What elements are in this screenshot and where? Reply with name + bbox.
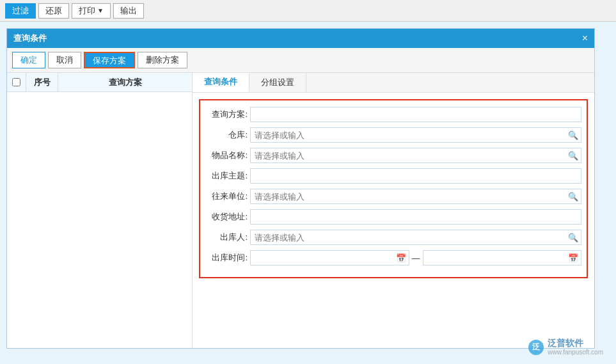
watermark: 泛 泛普软件 www.fanpusoft.com [528, 338, 603, 356]
dialog-close-button[interactable]: × [582, 33, 588, 44]
date-range-wrapper: 📅 — 📅 [250, 250, 581, 265]
form-row-out-theme: 出库主题: [205, 168, 581, 184]
delete-plan-button[interactable]: 删除方案 [138, 52, 187, 68]
input-query-plan[interactable] [250, 107, 581, 122]
watermark-text-block: 泛普软件 www.fanpusoft.com [548, 338, 603, 356]
input-partner-wrapper: 🔍 [250, 189, 581, 204]
export-button[interactable]: 输出 [113, 3, 144, 19]
form-row-out-person: 出库人: 🔍 [205, 230, 581, 245]
input-item-name[interactable] [251, 148, 565, 162]
input-delivery-addr[interactable] [250, 209, 581, 225]
label-out-person: 出库人: [205, 232, 250, 243]
tab-bar: 查询条件 分组设置 [193, 73, 594, 93]
search-icon-out-person[interactable]: 🔍 [565, 230, 581, 244]
form-row-item-name: 物品名称: 🔍 [205, 148, 581, 163]
save-plan-button[interactable]: 保存方案 [84, 52, 135, 68]
date-end-input[interactable]: 📅 [423, 250, 582, 265]
label-item-name: 物品名称: [205, 150, 250, 161]
calendar-start-icon[interactable]: 📅 [396, 253, 406, 263]
date-start-input[interactable]: 📅 [250, 250, 409, 265]
form-row-delivery-addr: 收货地址: [205, 209, 581, 225]
dialog-title: 查询条件 [13, 33, 47, 44]
left-panel: 序号 查询方案 [7, 73, 193, 348]
query-dialog: 查询条件 × 确定 取消 保存方案 删除方案 序号 查询方案 [6, 28, 595, 349]
form-row-partner: 往来单位: 🔍 [205, 189, 581, 204]
col-num-header: 序号 [26, 73, 58, 91]
main-area: 查询条件 × 确定 取消 保存方案 删除方案 序号 查询方案 [0, 22, 616, 364]
left-panel-header: 序号 查询方案 [7, 73, 192, 92]
calendar-end-icon[interactable]: 📅 [568, 253, 578, 263]
input-partner[interactable] [251, 189, 565, 203]
form-row-out-time: 出库时间: 📅 — 📅 [205, 250, 581, 265]
watermark-sub-text: www.fanpusoft.com [548, 349, 603, 356]
input-out-person[interactable] [251, 230, 565, 244]
print-button[interactable]: 打印 ▼ [72, 3, 111, 19]
main-toolbar: 过滤 还原 打印 ▼ 输出 [0, 0, 616, 22]
confirm-button[interactable]: 确定 [12, 52, 45, 68]
watermark-logo: 泛 [528, 340, 544, 355]
label-delivery-addr: 收货地址: [205, 211, 250, 223]
search-icon-item-name[interactable]: 🔍 [565, 148, 581, 162]
header-checkbox-cell [7, 73, 26, 91]
label-out-theme: 出库主题: [205, 170, 250, 182]
label-out-time: 出库时间: [205, 252, 250, 264]
input-out-person-wrapper: 🔍 [250, 230, 581, 245]
search-icon-warehouse[interactable]: 🔍 [565, 128, 581, 142]
form-row-warehouse: 仓库: 🔍 [205, 127, 581, 143]
label-partner: 往来单位: [205, 191, 250, 202]
cancel-button[interactable]: 取消 [48, 52, 81, 68]
col-name-header: 查询方案 [58, 77, 192, 88]
dialog-titlebar: 查询条件 × [7, 29, 594, 48]
label-query-plan: 查询方案: [205, 109, 250, 120]
filter-button[interactable]: 过滤 [5, 3, 36, 19]
input-item-name-wrapper: 🔍 [250, 148, 581, 163]
dialog-body: 序号 查询方案 查询条件 分组设置 [7, 73, 594, 348]
watermark-main-text: 泛普软件 [548, 338, 603, 349]
query-form: 查询方案: 仓库: 🔍 物品名称: [199, 99, 588, 278]
input-warehouse-wrapper: 🔍 [250, 127, 581, 143]
search-icon-partner[interactable]: 🔍 [565, 189, 581, 203]
right-panel: 查询条件 分组设置 查询方案: 仓库: [193, 73, 594, 348]
dialog-toolbar: 确定 取消 保存方案 删除方案 [7, 48, 594, 73]
select-all-checkbox[interactable] [12, 78, 20, 86]
input-warehouse[interactable] [251, 128, 565, 142]
label-warehouse: 仓库: [205, 129, 250, 141]
print-dropdown-arrow: ▼ [97, 7, 104, 14]
tab-query[interactable]: 查询条件 [193, 73, 249, 92]
tab-group[interactable]: 分组设置 [249, 73, 306, 92]
restore-button[interactable]: 还原 [38, 3, 69, 19]
input-out-theme[interactable] [250, 168, 581, 184]
form-row-query-plan: 查询方案: [205, 107, 581, 122]
date-separator: — [412, 253, 420, 263]
print-label: 打印 [79, 5, 95, 17]
